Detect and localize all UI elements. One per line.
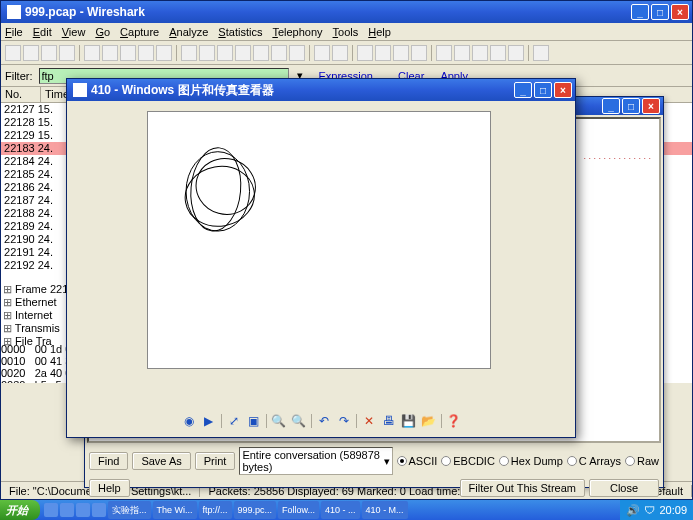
toolbar-button[interactable] [235,45,251,61]
toolbar-button[interactable] [181,45,197,61]
menu-help[interactable]: Help [368,26,391,38]
toolbar-button[interactable] [332,45,348,61]
radio-c-arrays[interactable]: C Arrays [567,455,621,467]
menu-statistics[interactable]: Statistics [218,26,262,38]
separator-icon [356,414,357,428]
svg-point-2 [180,161,259,232]
viewer-titlebar[interactable]: 410 - Windows 图片和传真查看器 _ □ × [67,79,575,101]
toolbar-button[interactable] [23,45,39,61]
system-tray[interactable]: 🔊 🛡 20:09 [620,500,693,520]
toolbar-button[interactable] [411,45,427,61]
toolbar-button[interactable] [454,45,470,61]
save-icon[interactable]: 💾 [401,413,417,429]
toolbar-zoom-in[interactable] [357,45,373,61]
toolbar-button[interactable] [314,45,330,61]
minimize-button[interactable]: _ [514,82,532,98]
close-button[interactable]: × [642,98,660,114]
radio-dot-icon [499,456,509,466]
task-item[interactable]: The Wi... [153,501,197,519]
filter-out-button[interactable]: Filter Out This Stream [460,479,585,497]
toolbar-button[interactable] [217,45,233,61]
taskbar: 开始 实验指...The Wi...ftp://...999.pc...Foll… [0,500,693,520]
conversation-value: Entire conversation (589878 bytes) [242,449,383,473]
tray-icon[interactable]: 🛡 [644,504,655,516]
delete-icon[interactable]: ✕ [361,413,377,429]
toolbar-button[interactable] [472,45,488,61]
scribble-image [148,112,490,368]
open-icon[interactable]: 📂 [421,413,437,429]
prev-icon[interactable]: ◉ [181,413,197,429]
toolbar-zoom-out[interactable] [375,45,391,61]
help-icon[interactable]: ❓ [446,413,462,429]
ql-icon[interactable] [92,503,106,517]
toolbar-button[interactable] [59,45,75,61]
maximize-button[interactable]: □ [534,82,552,98]
close-button[interactable]: × [554,82,572,98]
radio-ebcdic[interactable]: EBCDIC [441,455,495,467]
toolbar-button[interactable] [490,45,506,61]
close-button[interactable]: × [671,4,689,20]
task-item[interactable]: 410 - M... [362,501,408,519]
ql-icon[interactable] [60,503,74,517]
menu-tools[interactable]: Tools [333,26,359,38]
start-button[interactable]: 开始 [0,500,40,520]
toolbar-button[interactable] [120,45,136,61]
task-item[interactable]: 实验指... [108,501,151,519]
minimize-button[interactable]: _ [631,4,649,20]
toolbar-button[interactable] [199,45,215,61]
toolbar-button[interactable] [41,45,57,61]
maximize-button[interactable]: □ [651,4,669,20]
play-icon[interactable]: ▶ [201,413,217,429]
toolbar-button[interactable] [84,45,100,61]
radio-raw[interactable]: Raw [625,455,659,467]
image-canvas [147,111,491,369]
rotate-cw-icon[interactable]: ↷ [336,413,352,429]
toolbar-button[interactable] [138,45,154,61]
close-button[interactable]: Close [589,479,659,497]
radio-hex-dump[interactable]: Hex Dump [499,455,563,467]
toolbar-button[interactable] [253,45,269,61]
print-icon[interactable]: 🖶 [381,413,397,429]
toolbar-button[interactable] [102,45,118,61]
radio-ascii[interactable]: ASCII [397,455,438,467]
zoom-out-icon[interactable]: 🔍 [291,413,307,429]
ql-icon[interactable] [44,503,58,517]
toolbar-button[interactable] [271,45,287,61]
col-no[interactable]: No. [1,87,41,102]
find-button[interactable]: Find [89,452,128,470]
wireshark-titlebar[interactable]: 999.pcap - Wireshark _ □ × [1,1,692,23]
toolbar-button[interactable] [5,45,21,61]
menu-analyze[interactable]: Analyze [169,26,208,38]
toolbar-button[interactable] [436,45,452,61]
app-icon [7,5,21,19]
toolbar-button[interactable] [393,45,409,61]
menu-go[interactable]: Go [95,26,110,38]
toolbar-button[interactable] [289,45,305,61]
toolbar-button[interactable] [508,45,524,61]
menu-telephony[interactable]: Telephony [272,26,322,38]
conversation-select[interactable]: Entire conversation (589878 bytes) ▾ [239,447,392,475]
tray-icon[interactable]: 🔊 [626,504,640,517]
maximize-button[interactable]: □ [622,98,640,114]
zoom-in-icon[interactable]: 🔍 [271,413,287,429]
menu-edit[interactable]: Edit [33,26,52,38]
menu-capture[interactable]: Capture [120,26,159,38]
original-size-icon[interactable]: ⤢ [226,413,242,429]
encoding-radios: ASCIIEBCDICHex DumpC ArraysRaw [397,455,659,467]
toolbar-button[interactable] [533,45,549,61]
task-item[interactable]: Follow... [278,501,319,519]
task-item[interactable]: ftp://... [199,501,232,519]
task-item[interactable]: 410 - ... [321,501,360,519]
help-button[interactable]: Help [89,479,130,497]
radio-label: EBCDIC [453,455,495,467]
minimize-button[interactable]: _ [602,98,620,114]
fit-icon[interactable]: ▣ [246,413,262,429]
rotate-ccw-icon[interactable]: ↶ [316,413,332,429]
menu-view[interactable]: View [62,26,86,38]
task-item[interactable]: 999.pc... [234,501,277,519]
menu-file[interactable]: File [5,26,23,38]
toolbar-button[interactable] [156,45,172,61]
ql-icon[interactable] [76,503,90,517]
saveas-button[interactable]: Save As [132,452,190,470]
print-button[interactable]: Print [195,452,236,470]
